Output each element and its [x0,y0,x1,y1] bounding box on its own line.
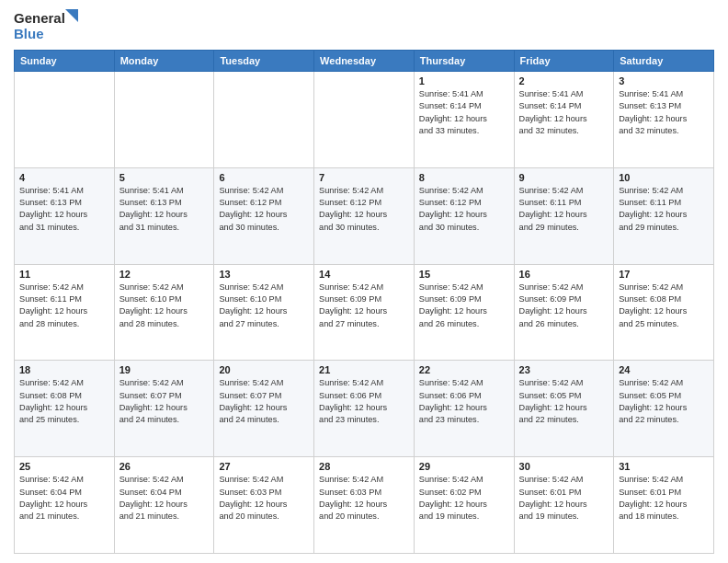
day-info: Sunrise: 5:42 AM Sunset: 6:06 PM Dayligh… [419,377,509,426]
day-info: Sunrise: 5:42 AM Sunset: 6:09 PM Dayligh… [319,282,409,330]
calendar-week-4: 25Sunrise: 5:42 AM Sunset: 6:04 PM Dayli… [15,457,714,554]
day-info: Sunrise: 5:42 AM Sunset: 6:12 PM Dayligh… [319,185,409,234]
day-number: 2 [519,75,609,86]
svg-marker-2 [65,9,78,22]
day-number: 30 [519,461,609,472]
day-info: Sunrise: 5:42 AM Sunset: 6:11 PM Dayligh… [519,185,609,234]
logo: GeneralBlue [14,9,78,42]
calendar-cell: 20Sunrise: 5:42 AM Sunset: 6:07 PM Dayli… [214,361,314,457]
calendar-cell: 30Sunrise: 5:42 AM Sunset: 6:01 PM Dayli… [514,457,614,554]
calendar-header-tuesday: Tuesday [214,51,314,72]
day-number: 21 [319,364,409,375]
day-info: Sunrise: 5:42 AM Sunset: 6:12 PM Dayligh… [419,185,509,234]
day-number: 25 [19,461,109,472]
calendar-cell: 9Sunrise: 5:42 AM Sunset: 6:11 PM Daylig… [514,167,614,264]
svg-text:General: General [14,10,65,26]
calendar-cell: 7Sunrise: 5:42 AM Sunset: 6:12 PM Daylig… [314,167,415,264]
calendar-cell [214,72,314,168]
calendar-cell: 28Sunrise: 5:42 AM Sunset: 6:03 PM Dayli… [314,457,415,554]
day-info: Sunrise: 5:42 AM Sunset: 6:11 PM Dayligh… [619,185,709,234]
day-info: Sunrise: 5:42 AM Sunset: 6:05 PM Dayligh… [519,377,609,426]
day-number: 31 [619,461,709,472]
calendar-cell: 15Sunrise: 5:42 AM Sunset: 6:09 PM Dayli… [414,264,514,361]
calendar-cell: 13Sunrise: 5:42 AM Sunset: 6:10 PM Dayli… [214,264,314,361]
day-info: Sunrise: 5:42 AM Sunset: 6:07 PM Dayligh… [219,377,309,426]
day-number: 20 [219,364,309,375]
day-number: 22 [419,364,509,375]
calendar-week-3: 18Sunrise: 5:42 AM Sunset: 6:08 PM Dayli… [15,361,714,457]
svg-text:Blue: Blue [14,26,44,41]
calendar-cell: 6Sunrise: 5:42 AM Sunset: 6:12 PM Daylig… [214,167,314,264]
calendar-header-thursday: Thursday [414,51,514,72]
day-info: Sunrise: 5:42 AM Sunset: 6:08 PM Dayligh… [619,282,709,330]
logo-icon: GeneralBlue [14,9,78,42]
day-number: 13 [219,269,309,280]
day-info: Sunrise: 5:42 AM Sunset: 6:03 PM Dayligh… [319,474,409,523]
day-number: 11 [19,269,109,280]
day-number: 17 [619,269,709,280]
day-info: Sunrise: 5:42 AM Sunset: 6:04 PM Dayligh… [19,474,109,523]
day-info: Sunrise: 5:41 AM Sunset: 6:13 PM Dayligh… [619,88,709,137]
calendar-cell: 17Sunrise: 5:42 AM Sunset: 6:08 PM Dayli… [614,264,714,361]
day-info: Sunrise: 5:42 AM Sunset: 6:01 PM Dayligh… [619,474,709,523]
day-info: Sunrise: 5:41 AM Sunset: 6:14 PM Dayligh… [519,88,609,137]
day-info: Sunrise: 5:41 AM Sunset: 6:13 PM Dayligh… [19,185,109,234]
day-info: Sunrise: 5:42 AM Sunset: 6:02 PM Dayligh… [419,474,509,523]
calendar-week-2: 11Sunrise: 5:42 AM Sunset: 6:11 PM Dayli… [15,264,714,361]
calendar-cell: 5Sunrise: 5:41 AM Sunset: 6:13 PM Daylig… [114,167,214,264]
calendar-cell: 10Sunrise: 5:42 AM Sunset: 6:11 PM Dayli… [614,167,714,264]
calendar-cell: 25Sunrise: 5:42 AM Sunset: 6:04 PM Dayli… [15,457,115,554]
day-number: 10 [619,172,709,183]
calendar-cell: 23Sunrise: 5:42 AM Sunset: 6:05 PM Dayli… [514,361,614,457]
day-info: Sunrise: 5:41 AM Sunset: 6:14 PM Dayligh… [419,88,509,137]
calendar-cell: 12Sunrise: 5:42 AM Sunset: 6:10 PM Dayli… [114,264,214,361]
calendar-header-friday: Friday [514,51,614,72]
day-info: Sunrise: 5:42 AM Sunset: 6:12 PM Dayligh… [219,185,309,234]
calendar-cell: 4Sunrise: 5:41 AM Sunset: 6:13 PM Daylig… [15,167,115,264]
calendar-cell: 18Sunrise: 5:42 AM Sunset: 6:08 PM Dayli… [15,361,115,457]
calendar-cell: 24Sunrise: 5:42 AM Sunset: 6:05 PM Dayli… [614,361,714,457]
day-number: 7 [319,172,409,183]
day-number: 29 [419,461,509,472]
calendar-cell: 2Sunrise: 5:41 AM Sunset: 6:14 PM Daylig… [514,72,614,168]
day-number: 9 [519,172,609,183]
day-info: Sunrise: 5:42 AM Sunset: 6:09 PM Dayligh… [519,282,609,330]
day-number: 6 [219,172,309,183]
calendar-cell: 19Sunrise: 5:42 AM Sunset: 6:07 PM Dayli… [114,361,214,457]
day-number: 1 [419,75,509,86]
day-number: 27 [219,461,309,472]
day-number: 3 [619,75,709,86]
calendar-cell [314,72,415,168]
header: GeneralBlue [14,9,714,42]
day-info: Sunrise: 5:42 AM Sunset: 6:06 PM Dayligh… [319,377,409,426]
calendar-cell: 21Sunrise: 5:42 AM Sunset: 6:06 PM Dayli… [314,361,415,457]
day-number: 15 [419,269,509,280]
calendar-cell: 1Sunrise: 5:41 AM Sunset: 6:14 PM Daylig… [414,72,514,168]
day-number: 14 [319,269,409,280]
day-number: 28 [319,461,409,472]
calendar-header-sunday: Sunday [15,51,115,72]
calendar-cell: 29Sunrise: 5:42 AM Sunset: 6:02 PM Dayli… [414,457,514,554]
calendar: SundayMondayTuesdayWednesdayThursdayFrid… [14,50,714,554]
day-info: Sunrise: 5:42 AM Sunset: 6:04 PM Dayligh… [119,474,210,523]
day-info: Sunrise: 5:42 AM Sunset: 6:01 PM Dayligh… [519,474,609,523]
page: GeneralBlue SundayMondayTuesdayWednesday… [0,0,728,563]
day-info: Sunrise: 5:42 AM Sunset: 6:10 PM Dayligh… [119,282,210,330]
day-info: Sunrise: 5:42 AM Sunset: 6:08 PM Dayligh… [19,377,109,426]
calendar-cell: 11Sunrise: 5:42 AM Sunset: 6:11 PM Dayli… [15,264,115,361]
calendar-cell [15,72,115,168]
calendar-cell: 26Sunrise: 5:42 AM Sunset: 6:04 PM Dayli… [114,457,214,554]
day-number: 5 [119,172,210,183]
day-number: 16 [519,269,609,280]
day-info: Sunrise: 5:42 AM Sunset: 6:11 PM Dayligh… [19,282,109,330]
day-number: 4 [19,172,109,183]
calendar-header-monday: Monday [114,51,214,72]
day-info: Sunrise: 5:42 AM Sunset: 6:09 PM Dayligh… [419,282,509,330]
calendar-cell: 16Sunrise: 5:42 AM Sunset: 6:09 PM Dayli… [514,264,614,361]
day-number: 19 [119,364,210,375]
calendar-header-row: SundayMondayTuesdayWednesdayThursdayFrid… [15,51,714,72]
day-number: 18 [19,364,109,375]
day-number: 26 [119,461,210,472]
day-info: Sunrise: 5:42 AM Sunset: 6:07 PM Dayligh… [119,377,210,426]
calendar-cell: 3Sunrise: 5:41 AM Sunset: 6:13 PM Daylig… [614,72,714,168]
